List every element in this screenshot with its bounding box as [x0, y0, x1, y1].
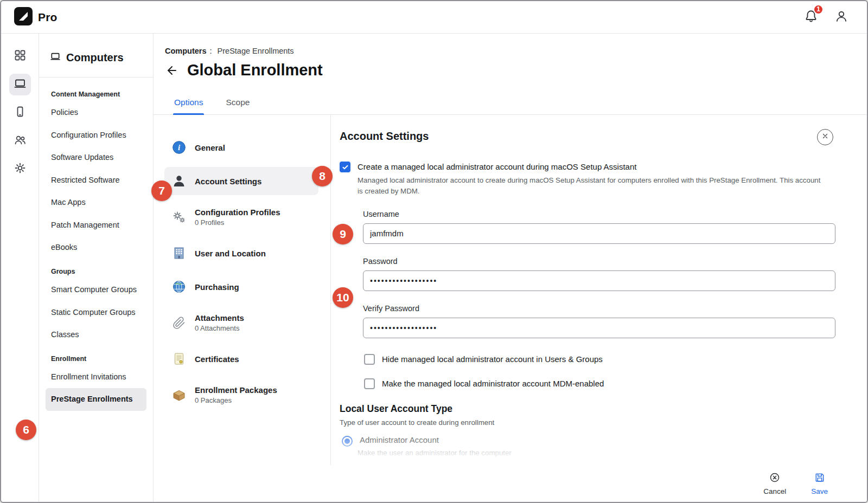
save-floppy-icon [814, 472, 825, 485]
verify-password-label: Verify Password [363, 304, 835, 313]
tab-options[interactable]: Options [173, 92, 204, 114]
globe-icon [172, 280, 186, 294]
page-header: Computers:PreStage Enrollments Global En… [154, 34, 867, 79]
breadcrumb: Computers:PreStage Enrollments [165, 47, 867, 55]
rail-item-devices[interactable] [9, 102, 31, 124]
jamf-logo-icon [14, 7, 33, 28]
notification-count-badge: 1 [813, 4, 824, 15]
sidebar-item-static-computer-groups[interactable]: Static Computer Groups [46, 301, 146, 324]
paperclip-icon [172, 316, 186, 330]
settings-nav-user-and-location[interactable]: User and Location [164, 239, 318, 267]
account-button[interactable] [834, 9, 848, 25]
sidebar-item-patch-management[interactable]: Patch Management [46, 214, 146, 237]
callout-badge-9: 9 [333, 224, 353, 244]
hide-account-checkbox[interactable] [364, 354, 375, 365]
sidebar-item-restricted-software[interactable]: Restricted Software [46, 169, 146, 192]
mobile-device-icon [14, 105, 27, 120]
sidebar-section-enrollment: Enrollment [46, 346, 146, 366]
hide-account-label[interactable]: Hide managed local administrator account… [382, 353, 603, 365]
account-type-option-administrator: Administrator Account Make the user an a… [340, 435, 835, 457]
account-person-icon [834, 16, 848, 25]
local-user-account-type-title: Local User Account Type [340, 403, 835, 415]
close-panel-button[interactable] [817, 129, 833, 145]
sidebar-nav: Content Management Policies Configuratio… [39, 78, 153, 411]
close-x-icon [821, 132, 829, 142]
sidebar-item-software-updates[interactable]: Software Updates [46, 146, 146, 169]
notifications-button[interactable]: 1 [804, 9, 818, 25]
tab-scope[interactable]: Scope [225, 92, 251, 114]
settings-nav-label: Enrollment Packages [195, 385, 277, 395]
certificate-document-icon [172, 352, 186, 366]
settings-nav-account-settings[interactable]: Account Settings [164, 167, 318, 195]
sidebar-item-mac-apps[interactable]: Mac Apps [46, 191, 146, 214]
sidebar-item-ebooks[interactable]: eBooks [46, 236, 146, 259]
gears-icon [172, 210, 186, 224]
admin-options-group: Hide managed local administrator account… [364, 353, 835, 389]
users-people-icon [14, 133, 27, 149]
sidebar-item-configuration-profiles[interactable]: Configuration Profiles [46, 124, 146, 147]
settings-nav-certificates[interactable]: Certificates [164, 345, 318, 373]
settings-nav-purchasing[interactable]: Purchasing [164, 273, 318, 301]
save-label: Save [811, 487, 828, 495]
sidebar: Computers Content Management Policies Co… [39, 34, 154, 502]
rail-item-users[interactable] [9, 130, 31, 152]
callout-badge-10: 10 [333, 287, 353, 308]
settings-nav-label: Configuration Profiles [195, 208, 280, 217]
breadcrumb-computers[interactable]: Computers [165, 47, 207, 55]
sidebar-header: Computers [39, 34, 153, 78]
settings-nav-label: General [195, 143, 225, 152]
topbar: Pro 1 [1, 1, 867, 34]
person-silhouette-icon [172, 174, 186, 188]
mdm-enabled-label[interactable]: Make the managed local administrator acc… [382, 378, 604, 389]
settings-nav-sublabel: 0 Packages [195, 396, 277, 404]
settings-nav-configuration-profiles[interactable]: Configuration Profiles 0 Profiles [164, 201, 318, 234]
brand-name: Pro [38, 11, 58, 24]
app-window: Pro 1 [0, 0, 868, 503]
back-button[interactable] [165, 64, 178, 77]
topbar-actions: 1 [804, 9, 848, 25]
administrator-account-radio[interactable] [342, 436, 353, 447]
create-admin-checkbox[interactable] [340, 162, 350, 172]
rail-item-computers[interactable] [9, 74, 31, 95]
local-user-account-type-subtitle: Type of user account to create during en… [340, 418, 835, 427]
administrator-account-description: Make the user an administrator for the c… [358, 449, 835, 457]
callout-badge-8: 8 [312, 166, 333, 186]
dashboard-grid-icon [14, 49, 27, 64]
username-input[interactable] [363, 223, 835, 244]
sidebar-title: Computers [66, 51, 124, 64]
info-circle-icon: i [172, 140, 186, 154]
verify-password-input[interactable] [363, 318, 835, 338]
settings-nav-general[interactable]: i General [164, 133, 318, 162]
settings-nav-sublabel: 0 Profiles [195, 218, 280, 227]
sidebar-item-enrollment-invitations[interactable]: Enrollment Invitations [46, 366, 146, 389]
account-settings-panel: Account Settings Create a managed local … [331, 115, 867, 502]
administrator-account-label[interactable]: Administrator Account [360, 435, 439, 444]
panel-title: Account Settings [340, 130, 835, 143]
action-bar: Cancel Save [154, 465, 867, 502]
page-title: Global Enrollment [187, 61, 323, 79]
brand[interactable]: Pro [14, 7, 58, 28]
main-area: Computers:PreStage Enrollments Global En… [154, 34, 867, 502]
settings-nav-enrollment-packages[interactable]: Enrollment Packages 0 Packages [164, 378, 318, 411]
mdm-enabled-checkbox[interactable] [364, 378, 375, 389]
create-admin-group: Create a managed local administrator acc… [340, 161, 835, 197]
sidebar-item-prestage-enrollments[interactable]: PreStage Enrollments [46, 388, 146, 411]
rail-item-settings[interactable] [9, 158, 31, 180]
computers-laptop-icon [14, 77, 27, 92]
breadcrumb-prestage-enrollments[interactable]: PreStage Enrollments [218, 47, 294, 55]
settings-nav-attachments[interactable]: Attachments 0 Attachments [164, 306, 318, 339]
password-label: Password [363, 257, 835, 266]
sidebar-item-policies[interactable]: Policies [46, 101, 146, 124]
save-button[interactable]: Save [811, 472, 828, 495]
create-admin-label[interactable]: Create a managed local administrator acc… [358, 161, 636, 172]
sidebar-item-classes[interactable]: Classes [46, 324, 146, 346]
settings-nav-label: Account Settings [195, 177, 261, 186]
cancel-button[interactable]: Cancel [763, 472, 786, 495]
breadcrumb-separator: : [210, 47, 212, 55]
title-row: Global Enrollment [165, 61, 867, 79]
password-input[interactable] [363, 270, 835, 291]
settings-nav: i General Account Settings [154, 115, 331, 502]
rail-item-dashboard[interactable] [9, 46, 31, 67]
username-label: Username [363, 210, 835, 218]
sidebar-item-smart-computer-groups[interactable]: Smart Computer Groups [46, 279, 146, 301]
